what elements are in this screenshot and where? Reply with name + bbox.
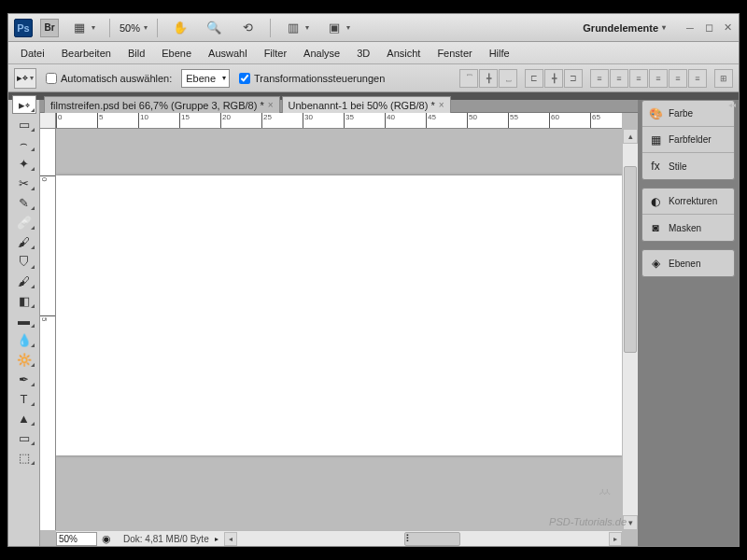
3d-tool[interactable]: ⬚ <box>12 448 36 467</box>
close-button[interactable]: ✕ <box>722 22 733 34</box>
menu-datei[interactable]: Datei <box>12 44 53 63</box>
tab-label: filmstreifen.psd bei 66,7% (Gruppe 3, RG… <box>50 100 264 111</box>
history-brush-tool[interactable]: 🖌 <box>12 272 36 290</box>
menu-fenster[interactable]: Fenster <box>429 44 480 63</box>
auto-select-checkbox[interactable]: Automatisch auswählen: <box>46 73 172 84</box>
eyedropper-tool[interactable]: ✎ <box>12 193 36 212</box>
transform-controls-checkbox[interactable]: Transformationssteuerungen <box>239 73 385 84</box>
eraser-tool[interactable]: ◧ <box>12 291 36 310</box>
auto-select-dropdown[interactable]: Ebene <box>181 69 230 88</box>
brush-tool[interactable]: 🖌 <box>12 232 36 251</box>
scroll-up-arrow-icon[interactable]: ▴ <box>623 129 638 144</box>
menu-3d[interactable]: 3D <box>348 44 378 63</box>
align-left-button[interactable]: ⊏ <box>525 69 543 88</box>
path-selection-tool[interactable]: ▲ <box>12 409 36 427</box>
rotate-icon: ⟲ <box>239 20 256 36</box>
panel-masken[interactable]: ◙Masken <box>642 215 734 241</box>
panel-ebenen[interactable]: ◈Ebenen <box>642 250 734 276</box>
tab-close-icon[interactable]: × <box>268 100 274 110</box>
transform-controls-input[interactable] <box>239 73 250 84</box>
lasso-tool[interactable]: ⌢ <box>12 134 36 153</box>
align-vcenter-button[interactable]: ╋ <box>479 69 498 88</box>
gradient-tool[interactable]: ▬ <box>12 311 36 329</box>
shape-tool[interactable]: ▭ <box>12 428 36 447</box>
document-tab[interactable]: Unbenannt-1 bei 50% (RGB/8) *× <box>282 96 451 113</box>
menu-auswahl[interactable]: Auswahl <box>200 44 256 63</box>
auto-align-button[interactable]: ⊞ <box>714 69 733 88</box>
menu-analyse[interactable]: Analyse <box>295 44 348 63</box>
canvas-scroll-area[interactable] <box>56 129 622 530</box>
auto-select-input[interactable] <box>46 73 57 84</box>
blur-tool[interactable]: 💧 <box>12 330 36 349</box>
magic-wand-tool[interactable]: ✦ <box>12 154 36 173</box>
document-tabs: filmstreifen.psd bei 66,7% (Gruppe 3, RG… <box>40 92 638 113</box>
status-arrow-icon[interactable]: ▸ <box>209 535 224 543</box>
current-tool-indicator[interactable]: ▸✥ <box>14 68 36 89</box>
healing-brush-tool[interactable]: 🩹 <box>12 213 36 231</box>
marquee-tool[interactable]: ▭ <box>12 115 36 133</box>
korrekturen-icon: ◐ <box>648 194 663 209</box>
menu-bild[interactable]: Bild <box>120 44 153 63</box>
ruler-origin[interactable] <box>40 113 56 129</box>
zoom-input[interactable]: 50% <box>56 532 97 546</box>
panel-stile[interactable]: fxStile <box>642 153 734 179</box>
menu-filter[interactable]: Filter <box>256 44 295 63</box>
arrange-documents-button[interactable]: ▥ <box>280 19 314 37</box>
view-extras-button[interactable]: ▦ <box>66 19 100 37</box>
pen-tool[interactable]: ✒ <box>12 370 36 388</box>
horizontal-scroll-track[interactable]: ⠇ <box>237 532 609 546</box>
align-top-button[interactable]: ⎴ <box>459 69 478 88</box>
menu-ansicht[interactable]: Ansicht <box>378 44 429 63</box>
clone-stamp-tool[interactable]: ⛉ <box>12 252 36 271</box>
menu-hilfe[interactable]: Hilfe <box>481 44 518 63</box>
distribute-top-button[interactable]: ≡ <box>590 69 609 88</box>
dodge-tool[interactable]: 🔆 <box>12 350 36 369</box>
panel-label: Korrekturen <box>669 196 717 206</box>
distribute-vcenter-button[interactable]: ≡ <box>610 69 628 88</box>
align-bottom-button[interactable]: ⎵ <box>499 69 517 88</box>
align-hcenter-button[interactable]: ╋ <box>544 69 563 88</box>
menu-ebene[interactable]: Ebene <box>153 44 200 63</box>
panel-korrekturen[interactable]: ◐Korrekturen <box>642 189 734 215</box>
distribute-bottom-button[interactable]: ≡ <box>629 69 648 88</box>
document-canvas[interactable] <box>56 175 622 455</box>
workspace-selector[interactable]: Grundelemente <box>579 22 669 34</box>
document-area: filmstreifen.psd bei 66,7% (Gruppe 3, RG… <box>40 92 638 546</box>
masken-icon: ◙ <box>648 220 663 235</box>
collapse-panels-icon[interactable]: ◂◂ <box>728 101 736 109</box>
tab-close-icon[interactable]: × <box>439 100 444 110</box>
status-icon[interactable]: ◉ <box>97 533 116 545</box>
document-tab[interactable]: filmstreifen.psd bei 66,7% (Gruppe 3, RG… <box>44 96 280 113</box>
status-bar: 50% ◉ Dok: 4,81 MB/0 Byte ▸ ◂ ⠇ ▸ <box>56 530 622 546</box>
vertical-scrollbar[interactable]: ▴ ▾ <box>622 129 638 530</box>
photoshop-logo-icon[interactable]: Ps <box>14 19 33 37</box>
vertical-scroll-thumb[interactable] <box>624 166 637 353</box>
panel-label: Farbe <box>669 108 693 119</box>
scroll-right-arrow-icon[interactable]: ▸ <box>609 532 622 546</box>
panel-farbfelder[interactable]: ▦Farbfelder <box>642 127 734 153</box>
vertical-ruler[interactable]: 05 <box>40 129 56 530</box>
magnifier-icon: 🔍 <box>205 20 222 36</box>
move-tool[interactable]: ▸✥ <box>12 95 36 114</box>
bridge-logo-icon[interactable]: Br <box>40 19 59 37</box>
horizontal-scroll-thumb[interactable]: ⠇ <box>404 532 460 546</box>
document-info[interactable]: Dok: 4,81 MB/0 Byte <box>116 534 209 544</box>
menu-bearbeiten[interactable]: Bearbeiten <box>53 44 120 63</box>
zoom-tool-button[interactable]: 🔍 <box>201 19 227 37</box>
hand-tool-button[interactable]: ✋ <box>167 19 193 37</box>
maximize-button[interactable]: ◻ <box>703 22 714 34</box>
screen-mode-button[interactable]: ▣ <box>321 19 355 37</box>
rotate-view-button[interactable]: ⟲ <box>234 19 261 37</box>
panel-farbe[interactable]: 🎨Farbe <box>642 101 734 127</box>
distribute-left-button[interactable]: ≡ <box>649 69 668 88</box>
distribute-hcenter-button[interactable]: ≡ <box>669 69 687 88</box>
horizontal-ruler[interactable]: 0510152025303540455055606570 <box>56 113 622 129</box>
scroll-left-arrow-icon[interactable]: ◂ <box>224 532 237 546</box>
type-tool[interactable]: T <box>12 389 36 408</box>
grid-icon: ▦ <box>71 20 88 36</box>
distribute-right-button[interactable]: ≡ <box>688 69 707 88</box>
crop-tool[interactable]: ✂ <box>12 174 36 192</box>
zoom-selector[interactable]: 50% <box>120 22 148 34</box>
minimize-button[interactable]: ─ <box>684 22 696 34</box>
align-right-button[interactable]: ⊐ <box>564 69 583 88</box>
